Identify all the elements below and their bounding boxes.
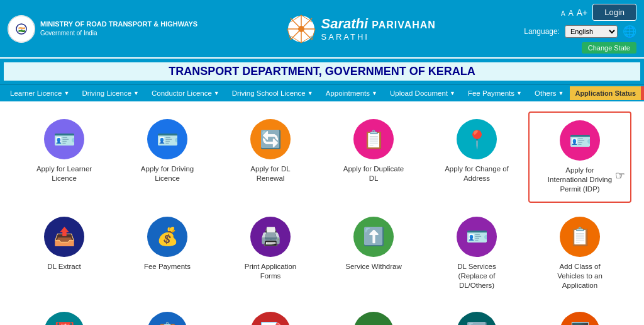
ministry-name: MINISTRY OF ROAD TRANSPORT & HIGHWAYS	[40, 20, 197, 29]
font-large-btn[interactable]: A+	[577, 8, 588, 18]
service-icon-9: ⬆️	[353, 217, 394, 257]
govt-india: Government of India	[40, 30, 97, 37]
service-icon-7: 💰	[147, 217, 187, 257]
grid-item-8[interactable]: 🖨️Print Application Forms	[219, 209, 322, 298]
grid-item-2[interactable]: 🔄Apply for DL Renewal	[219, 111, 322, 203]
nav-driving-school[interactable]: Driving School Licence ▼	[226, 85, 319, 101]
nav-others[interactable]: Others ▼	[528, 85, 570, 101]
login-button[interactable]: Login	[592, 4, 636, 21]
top-right-row: A A A+ Login	[561, 4, 636, 21]
dept-title-text: TRANSPORT DEPARTMENT, GOVERNMENT OF KERA…	[4, 62, 640, 81]
sarathi-hindi: Sarathi	[321, 16, 369, 32]
font-size-controls: A A A+	[561, 8, 587, 18]
language-label: Language:	[524, 27, 560, 36]
svg-text:🇮🇳: 🇮🇳	[18, 26, 26, 33]
service-label-3: Apply for Duplicate DL	[339, 164, 408, 183]
nav-upload-document[interactable]: Upload Document ▼	[384, 85, 462, 101]
main-content: 🪪Apply for Learner Licence🪪Apply for Dri…	[0, 101, 644, 325]
service-icon-1: 🪪	[147, 119, 187, 159]
nav-file-grievance[interactable]: File Your Grievance	[641, 86, 644, 100]
grid-item-15[interactable]: 💳Check Payment Status	[322, 304, 425, 325]
sarathi-wheel-icon	[286, 14, 316, 44]
grid-item-12[interactable]: 📅Appointments	[13, 304, 116, 325]
nav-conductor-licence[interactable]: Conductor Licence ▼	[145, 85, 226, 101]
service-icon-6: 📤	[44, 217, 84, 257]
service-label-9: Service Withdraw	[345, 262, 401, 271]
chevron-down-icon: ▼	[308, 90, 313, 96]
service-label-4: Apply for Change of Address	[442, 164, 511, 183]
sarathi-label: SARATHI	[321, 32, 369, 42]
service-label-2: Apply for DL Renewal	[236, 164, 305, 183]
nav-driving-licence[interactable]: Driving Licence ▼	[75, 85, 145, 101]
sarathi-logo: Sarathi PARIVAHAN SARATHI	[321, 16, 436, 42]
grid-item-16[interactable]: ⬆️Upload Document	[425, 304, 528, 325]
chevron-down-icon: ▼	[450, 90, 455, 96]
service-label-1: Apply for Driving Licence	[133, 164, 202, 183]
service-icon-8: 🖨️	[250, 217, 291, 257]
translate-icon[interactable]: 🌐	[623, 25, 636, 38]
grid-item-9[interactable]: ⬆️Service Withdraw	[322, 209, 425, 298]
nav-application-status[interactable]: Application Status	[570, 86, 641, 100]
grid-item-5[interactable]: 🪪Apply for International Driving Permit …	[528, 111, 631, 203]
service-icon-0: 🪪	[44, 119, 84, 159]
dept-title-bar: TRANSPORT DEPARTMENT, GOVERNMENT OF KERA…	[0, 57, 644, 84]
grid-item-13[interactable]: 📋Tutorial for LL Test	[116, 304, 219, 325]
cursor-pointer-icon: ☞	[615, 169, 625, 183]
service-icon-3: 📋	[353, 119, 394, 159]
service-label-10: DL Services (Replace of DL/Others)	[442, 262, 511, 290]
service-icon-14: 📝	[250, 312, 291, 325]
change-state-button[interactable]: Change State	[582, 42, 636, 54]
header-right: A A A+ Login Language: English Malayalam…	[524, 4, 636, 54]
font-small-btn[interactable]: A	[561, 10, 565, 17]
service-icon-13: 📋	[147, 312, 187, 325]
navbar: Learner Licence ▼ Driving Licence ▼ Cond…	[0, 84, 644, 101]
service-icon-2: 🔄	[250, 119, 291, 159]
service-label-7: Fee Payments	[144, 262, 191, 271]
language-select[interactable]: English Malayalam Hindi	[565, 25, 618, 38]
grid-item-6[interactable]: 📤DL Extract	[13, 209, 116, 298]
services-grid: 🪪Apply for Learner Licence🪪Apply for Dri…	[13, 111, 631, 325]
nav-fee-payments[interactable]: Fee Payments ▼	[462, 85, 528, 101]
grid-item-17[interactable]: 🖥️Online Li...🤖	[528, 304, 631, 325]
change-state-wrapper: Change State	[582, 42, 636, 54]
service-icon-5: 🪪	[560, 120, 600, 161]
grid-item-14[interactable]: 📝Complete your Pending Application	[219, 304, 322, 325]
grid-item-11[interactable]: 📋Add Class of Vehicles to an Application	[528, 209, 631, 298]
service-label-6: DL Extract	[47, 262, 80, 271]
grid-item-1[interactable]: 🪪Apply for Driving Licence	[116, 111, 219, 203]
grid-item-3[interactable]: 📋Apply for Duplicate DL	[322, 111, 425, 203]
nav-appointments[interactable]: Appointments ▼	[319, 85, 384, 101]
chevron-down-icon: ▼	[372, 90, 377, 96]
service-label-11: Add Class of Vehicles to an Application	[545, 262, 614, 290]
govt-text: MINISTRY OF ROAD TRANSPORT & HIGHWAYS Go…	[40, 20, 197, 38]
grid-item-10[interactable]: 🪪DL Services (Replace of DL/Others)	[425, 209, 528, 298]
chevron-down-icon: ▼	[64, 90, 69, 96]
service-icon-15: 💳	[353, 312, 394, 325]
service-label-8: Print Application Forms	[236, 262, 305, 281]
service-label-5: Apply for International Driving Permit (…	[545, 166, 614, 194]
header-center: Sarathi PARIVAHAN SARATHI	[286, 14, 436, 44]
chevron-down-icon: ▼	[516, 90, 522, 96]
service-icon-4: 📍	[457, 119, 497, 159]
header-left: 🇮🇳 MINISTRY OF ROAD TRANSPORT & HIGHWAYS…	[8, 15, 197, 43]
govt-logo: 🇮🇳	[8, 15, 35, 43]
chevron-down-icon: ▼	[214, 90, 219, 96]
grid-item-4[interactable]: 📍Apply for Change of Address	[425, 111, 528, 203]
parivahan-label: PARIVAHAN	[372, 20, 436, 31]
service-icon-16: ⬆️	[457, 312, 497, 325]
service-icon-10: 🪪	[457, 217, 497, 257]
language-row: Language: English Malayalam Hindi 🌐	[524, 25, 636, 38]
grid-item-7[interactable]: 💰Fee Payments	[116, 209, 219, 298]
header: 🇮🇳 MINISTRY OF ROAD TRANSPORT & HIGHWAYS…	[0, 0, 644, 57]
service-icon-11: 📋	[560, 217, 600, 257]
chevron-down-icon: ▼	[558, 90, 564, 96]
service-label-0: Apply for Learner Licence	[30, 164, 99, 183]
nav-learner-licence[interactable]: Learner Licence ▼	[4, 85, 75, 101]
service-icon-17: 🖥️	[560, 312, 600, 325]
font-normal-btn[interactable]: A	[569, 9, 574, 18]
service-icon-12: 📅	[44, 312, 84, 325]
chevron-down-icon: ▼	[133, 90, 139, 96]
grid-item-0[interactable]: 🪪Apply for Learner Licence	[13, 111, 116, 203]
